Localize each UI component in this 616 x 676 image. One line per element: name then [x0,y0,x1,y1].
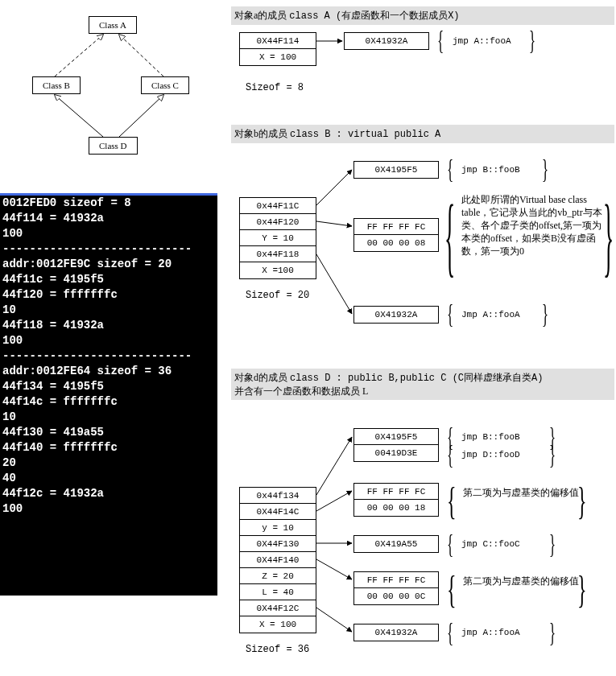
memcell: X =100 [239,262,316,279]
console-line: 44f118 = 41932a [0,318,217,333]
console-separator: ---------------------------- [0,348,217,364]
brace-icon: } [549,439,556,470]
uml-class-a: Class A [89,16,137,34]
vtable-entry: 0X4195F5 [353,161,439,179]
section-a-title: 对象a的成员 [234,10,289,21]
console-separator: ---------------------------- [0,241,217,257]
section-b-diagram: 0x44F11C 0x44F120 Y = 10 0x44F118 X =100… [231,149,614,358]
memcell: 0X44F130 [239,535,316,553]
brace-icon: { [447,154,453,184]
console-line: 44f114 = 41932a [0,211,217,226]
console-line: addr:0012FE9C sizeof = 20 [0,257,217,272]
uml-class-d: Class D [89,137,138,155]
memcell: 0X44F14C [239,503,316,521]
vbtable-entry: 00 00 00 18 [353,499,439,517]
section-a-code: class A (有虚函数和一个数据成员X) [289,10,459,22]
svg-line-11 [316,559,352,579]
sizeof-label: Sizeof = 20 [246,290,309,301]
memcell-x: X = 100 [239,48,316,66]
brace-icon: } [529,25,535,56]
console-line: 44f120 = fffffffc [0,287,217,303]
brace-icon: { [447,617,453,648]
vbtable-entry: FF FF FF FC [353,571,439,589]
svg-line-12 [316,608,352,632]
sizeof-label: Sizeof = 8 [246,82,304,93]
console-line: 44f134 = 4195f5 [0,379,217,394]
uml-diagram: Class A Class B Class C Class D [16,8,209,169]
console-line: 44f14c = fffffffc [0,394,217,410]
svg-line-3 [119,95,163,137]
annotation: 第二项为与虚基类的偏移值 [463,575,584,587]
annotation: jmp B::fooB [461,431,520,443]
vtable-entry: 00419D3E [353,444,439,462]
vbtable-entry: FF FF FF FC [353,218,439,236]
svg-line-5 [316,170,352,205]
console-line: 10 [0,410,217,425]
uml-class-c: Class C [141,76,189,94]
brace-icon: { [447,299,453,329]
memcell: 0x44f134 [239,487,316,505]
brace-icon: } [542,154,548,184]
brace-icon: { [447,567,457,612]
vtable-entry: 0X41932A [344,32,429,50]
svg-line-7 [316,254,352,314]
section-d-diagram: 0x44f134 0X44F14C y = 10 0X44F130 0X44F1… [231,402,614,676]
svg-line-1 [119,35,163,76]
section-a-header: 对象a的成员 class A (有虚函数和一个数据成员X) [231,6,614,25]
vbtable-entry: FF FF FF FC [353,483,439,501]
section-d-line2: 并含有一个虚函数和数据成员 L [234,385,368,397]
brace-icon: { [447,439,453,470]
console-line: 44f140 = fffffffc [0,440,217,455]
brace-icon: } [603,185,614,287]
section-d-header: 对象d的成员 class D : public B,public C (C同样虚… [231,369,614,400]
section-b-title: 对象b的成员 [234,128,290,139]
memcell: X = 100 [239,616,316,633]
vtable-entry: 0X41932A [353,306,439,324]
annotation: jmp D::fooD [461,449,520,461]
brace-icon: } [549,529,556,559]
memcell: 0x44F11C [239,197,316,215]
brace-icon: } [577,567,587,612]
annotation: jmp C::fooC [461,538,520,550]
memcell: 0X44F140 [239,551,316,569]
console-line: addr:0012FE64 sizeof = 36 [0,364,217,379]
brace-icon: { [444,185,455,287]
sizeof-label: Sizeof = 36 [246,644,309,655]
section-b-code: class B : virtual public A [290,129,440,140]
vtable-entry: 0X41932A [353,624,439,641]
memcell: y = 10 [239,519,316,537]
console-line: 0012FED0 sizeof = 8 [0,196,217,211]
annotation-vbtable: 此处即所谓的Virtual base class table，它记录从当此的vb… [461,193,602,258]
section-d-title: 对象d的成员 [234,372,290,383]
svg-line-8 [316,437,352,495]
annotation: Jmp A::fooA [461,309,520,321]
vbtable-entry: 00 00 00 0C [353,587,439,605]
console-line: 40 [0,471,217,486]
svg-line-9 [316,491,352,511]
console-line: 44f11c = 4195f5 [0,272,217,287]
vtable-entry: 0X419A55 [353,535,439,553]
brace-icon: } [542,299,548,329]
annotation: jmp B::fooB [461,164,520,176]
console-line: 100 [0,226,217,241]
vtable-entry: 0X4195F5 [353,428,439,446]
brace-icon: { [447,479,457,523]
console-line: 44f130 = 419a55 [0,425,217,440]
brace-icon: { [447,529,453,559]
vbtable-entry: 00 00 00 08 [353,234,439,252]
memcell: L = 40 [239,583,316,601]
annotation: 第二项为与虚基类的偏移值 [463,486,584,499]
svg-line-2 [55,95,103,137]
uml-class-b: Class B [32,76,81,94]
console-line: 20 [0,455,217,471]
console-line: 10 [0,303,217,318]
svg-line-0 [55,35,103,76]
section-d-code: class D : public B,public C (C同样虚继承自类A) [290,373,543,384]
memcell: 0X44F12C [239,600,316,617]
brace-icon: { [437,25,444,56]
section-b-header: 对象b的成员 class B : virtual public A [231,125,614,143]
console-line: 100 [0,333,217,348]
brace-icon: } [549,617,556,648]
section-a-diagram: 0X44F114 X = 100 0X41932A { jmp A::fooA … [231,32,614,113]
memcell: Z = 20 [239,567,316,585]
